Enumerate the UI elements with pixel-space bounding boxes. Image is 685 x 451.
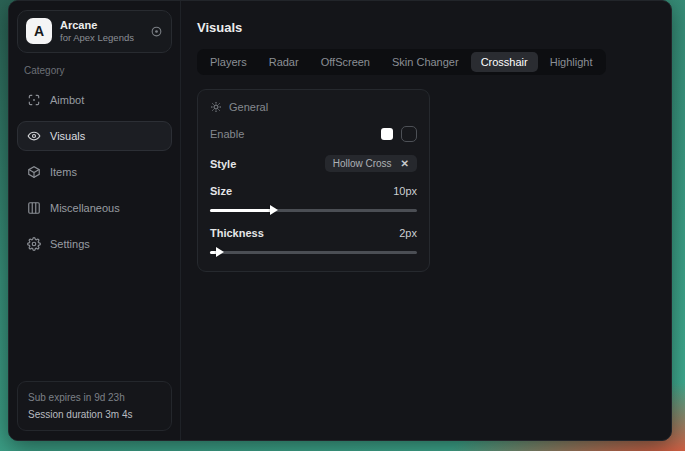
subscription-info-card: Sub expires in 9d 23h Session duration 3… — [17, 381, 172, 431]
sidebar-item-label: Miscellaneous — [50, 202, 120, 214]
thickness-row: Thickness 2px — [210, 227, 417, 239]
size-value: 10px — [393, 185, 417, 197]
sidebar-nav: Aimbot Visuals Items — [17, 82, 172, 262]
app-header-card: A Arcane for Apex Legends — [17, 10, 172, 53]
app-name: Arcane — [60, 18, 142, 32]
app-meta: Arcane for Apex Legends — [60, 18, 142, 45]
main-content: Visuals Players Radar OffScreen Skin Cha… — [181, 1, 671, 440]
thickness-slider-thumb[interactable] — [216, 247, 224, 257]
color-swatch[interactable] — [381, 128, 393, 140]
tab-offscreen[interactable]: OffScreen — [311, 52, 380, 72]
enable-checkbox[interactable] — [401, 126, 417, 142]
general-gear-icon — [210, 101, 222, 113]
category-label: Category — [24, 65, 165, 76]
package-icon — [27, 165, 41, 179]
general-panel: General Enable Style Hollow Cross ✕ Size… — [197, 89, 430, 272]
sidebar-item-label: Settings — [50, 238, 90, 250]
thickness-slider-row — [210, 247, 417, 257]
slider-fill — [210, 209, 272, 212]
sub-expires-text: Sub expires in 9d 23h — [28, 389, 161, 406]
style-label: Style — [210, 158, 236, 170]
eye-icon — [27, 129, 41, 143]
crosshair-icon — [27, 93, 41, 107]
tab-players[interactable]: Players — [200, 52, 257, 72]
size-slider-row — [210, 205, 417, 215]
size-slider-thumb[interactable] — [270, 205, 278, 215]
layout-icon — [27, 201, 41, 215]
style-select[interactable]: Hollow Cross ✕ — [325, 155, 417, 172]
page-title: Visuals — [197, 20, 655, 35]
session-duration-text: Session duration 3m 4s — [28, 406, 161, 423]
sidebar-item-items[interactable]: Items — [17, 157, 172, 187]
size-slider[interactable] — [210, 205, 417, 215]
tab-skin-changer[interactable]: Skin Changer — [382, 52, 469, 72]
sidebar: A Arcane for Apex Legends Category — [9, 1, 181, 440]
tab-highlight[interactable]: Highlight — [540, 52, 603, 72]
tab-crosshair[interactable]: Crosshair — [471, 52, 538, 72]
app-logo: A — [26, 18, 52, 44]
panel-title: General — [229, 101, 268, 113]
panel-header: General — [210, 101, 417, 113]
close-icon[interactable]: ✕ — [401, 158, 409, 169]
app-window: A Arcane for Apex Legends Category — [8, 0, 672, 441]
slider-track — [210, 251, 417, 254]
app-subtitle: for Apex Legends — [60, 32, 142, 44]
sidebar-item-settings[interactable]: Settings — [17, 229, 172, 259]
enable-label: Enable — [210, 128, 244, 140]
size-row: Size 10px — [210, 185, 417, 197]
enable-row: Enable — [210, 126, 417, 142]
size-label: Size — [210, 185, 232, 197]
gear-icon — [27, 237, 41, 251]
tab-radar[interactable]: Radar — [259, 52, 309, 72]
scope-icon[interactable] — [150, 25, 163, 38]
sidebar-item-aimbot[interactable]: Aimbot — [17, 85, 172, 115]
sidebar-item-label: Aimbot — [50, 94, 84, 106]
sidebar-item-label: Visuals — [50, 130, 85, 142]
sidebar-item-label: Items — [50, 166, 77, 178]
style-value: Hollow Cross — [333, 158, 392, 169]
tab-bar: Players Radar OffScreen Skin Changer Cro… — [197, 49, 606, 75]
thickness-slider[interactable] — [210, 247, 417, 257]
sidebar-item-visuals[interactable]: Visuals — [17, 121, 172, 151]
thickness-label: Thickness — [210, 227, 264, 239]
style-row: Style Hollow Cross ✕ — [210, 155, 417, 172]
thickness-value: 2px — [399, 227, 417, 239]
sidebar-item-miscellaneous[interactable]: Miscellaneous — [17, 193, 172, 223]
